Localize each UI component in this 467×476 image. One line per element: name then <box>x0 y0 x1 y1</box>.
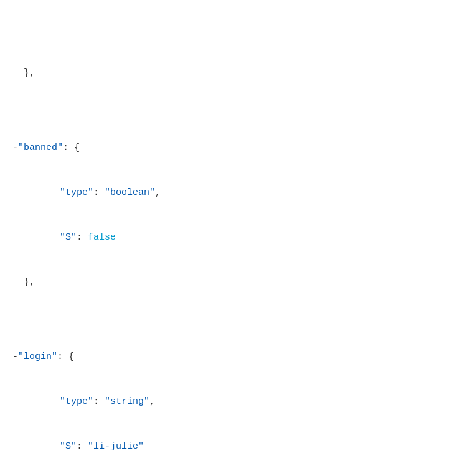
line-login-dollar: "$": "li-julie" <box>12 439 455 454</box>
minus-banned: - <box>12 142 18 153</box>
val-banned: false <box>88 232 116 243</box>
key-type-banned: "type" <box>60 187 93 198</box>
line-login-type: "type": "string", <box>12 394 455 409</box>
line-login-key: -"login": { <box>12 350 455 365</box>
line-banned-key: -"banned": { <box>12 141 455 156</box>
json-viewer: }, -"banned": { "type": "boolean", "$": … <box>12 6 455 476</box>
line-banned-dollar: "$": false <box>12 230 455 245</box>
key-dollar-banned: "$" <box>60 232 77 243</box>
line-close-banned: }, <box>12 275 455 290</box>
key-banned: "banned" <box>18 142 63 153</box>
line-close-1: }, <box>12 66 455 81</box>
line-banned-type: "type": "boolean", <box>12 185 455 200</box>
punct-banned: : { <box>63 142 80 153</box>
val-type-login: "string" <box>105 396 149 407</box>
val-login: "li-julie" <box>88 441 144 452</box>
key-dollar-login: "$" <box>60 441 77 452</box>
punctuation: }, <box>12 68 35 78</box>
val-type-banned: "boolean" <box>105 187 155 198</box>
minus-login: - <box>12 352 18 362</box>
key-type-login: "type" <box>60 396 93 407</box>
key-login: "login" <box>18 352 57 362</box>
